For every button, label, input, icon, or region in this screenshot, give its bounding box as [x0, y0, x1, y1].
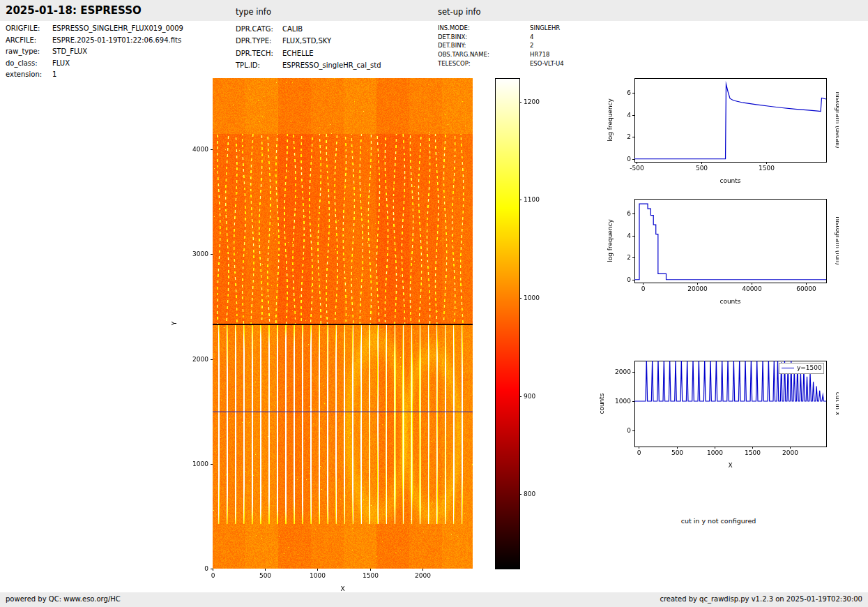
info-label: OBS.TARG.NAME: [438, 50, 530, 59]
setup-info-row: OBS.TARG.NAME:HR718 [438, 50, 564, 59]
info-value: ESPRESSO_SINGLEHR_FLUX019_0009 [52, 23, 183, 35]
info-value: SINGLEHR [530, 24, 560, 33]
setup-info-row: TELESCOP:ESO-VLT-U4 [438, 59, 564, 68]
info-value: ESO-VLT-U4 [530, 59, 564, 68]
type-info-heading: type info [236, 7, 271, 17]
info-label: DET.BINY: [438, 41, 530, 50]
type-info-row: DPR.CATG:CALIB [236, 23, 381, 35]
cut-in-y-note: cut in y not configured [598, 517, 839, 525]
file-info-row: extension:1 [6, 69, 183, 81]
info-label: DET.BINX: [438, 33, 530, 42]
file-info-block: ORIGFILE:ESPRESSO_SINGLEHR_FLUX019_0009 … [6, 23, 183, 81]
file-info-row: ARCFILE:ESPRE.2025-01-19T01:22:06.694.fi… [6, 35, 183, 47]
header-bar: 2025-01-18: ESPRESSO type info set-up in… [0, 0, 868, 21]
footer-bar: powered by QC: www.eso.org/HC created by… [0, 592, 868, 607]
type-info-row: DPR.TECH:ECHELLE [236, 47, 381, 59]
info-value: ECHELLE [282, 47, 314, 59]
footer-left-text: powered by QC: www.eso.org/HC [6, 595, 121, 603]
info-label: ARCFILE: [6, 35, 52, 47]
info-value: STD_FLUX [52, 46, 87, 58]
info-value: FLUX,STD,SKY [282, 35, 331, 47]
info-value: FLUX [52, 58, 70, 70]
file-info-row: ORIGFILE:ESPRESSO_SINGLEHR_FLUX019_0009 [6, 23, 183, 35]
cut-in-x-figure [598, 354, 839, 484]
setup-info-row: DET.BINY:2 [438, 41, 564, 50]
file-info-row: do_class:FLUX [6, 58, 183, 70]
type-info-row: DPR.TYPE:FLUX,STD,SKY [236, 35, 381, 47]
info-value: CALIB [282, 23, 303, 35]
file-info-row: raw_type:STD_FLUX [6, 46, 183, 58]
setup-info-row: DET.BINX:4 [438, 33, 564, 42]
info-value: 2 [530, 41, 533, 50]
info-value: 4 [530, 33, 533, 42]
histogram-full-figure [598, 194, 839, 316]
setup-info-heading: set-up info [438, 7, 481, 17]
info-label: TELESCOP: [438, 59, 530, 68]
setup-info-row: INS.MODE:SINGLEHR [438, 24, 564, 33]
main-image-figure [164, 70, 554, 593]
info-label: DPR.CATG: [236, 23, 282, 35]
info-label: INS.MODE: [438, 24, 530, 33]
info-value: 1 [52, 69, 56, 81]
info-label: extension: [6, 69, 52, 81]
footer-right-text: created by qc_rawdisp.py v1.2.3 on 2025-… [660, 595, 862, 603]
info-label: do_class: [6, 58, 52, 70]
info-label: ORIGFILE: [6, 23, 52, 35]
info-label: raw_type: [6, 46, 52, 58]
info-value: HR718 [530, 50, 550, 59]
histogram-detail-figure [598, 74, 839, 196]
page-title: 2025-01-18: ESPRESSO [6, 4, 142, 17]
info-label: DPR.TYPE: [236, 35, 282, 47]
info-value: ESPRE.2025-01-19T01:22:06.694.fits [52, 35, 181, 47]
info-label: DPR.TECH: [236, 47, 282, 59]
type-info-block: DPR.CATG:CALIB DPR.TYPE:FLUX,STD,SKY DPR… [236, 23, 381, 71]
setup-info-block: INS.MODE:SINGLEHR DET.BINX:4 DET.BINY:2 … [438, 24, 564, 68]
